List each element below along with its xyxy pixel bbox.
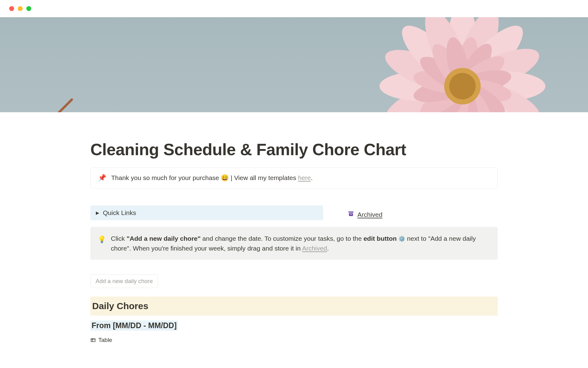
svg-rect-37: [350, 214, 352, 215]
svg-rect-38: [91, 339, 95, 342]
gear-icon: ⚙️: [398, 236, 405, 242]
tip-callout[interactable]: 💡 Click "Add a new daily chore" and chan…: [90, 227, 498, 260]
table-icon: [90, 337, 96, 343]
cover-image[interactable]: 🧹: [0, 17, 588, 112]
close-window-button[interactable]: [9, 6, 14, 11]
quick-links-label: Quick Links: [103, 209, 136, 217]
maximize-window-button[interactable]: [26, 6, 31, 11]
tip-text: Click "Add a new daily chore" and change…: [111, 234, 490, 253]
pushpin-icon: 📌: [98, 174, 106, 182]
thank-you-callout[interactable]: 📌 Thank you so much for your purchase 😄 …: [90, 167, 498, 188]
add-daily-chore-button[interactable]: Add a new daily chore: [90, 274, 158, 288]
svg-point-34: [449, 73, 476, 100]
svg-rect-35: [349, 212, 354, 213]
minimize-window-button[interactable]: [18, 6, 23, 11]
page-icon[interactable]: 🧹: [37, 100, 75, 112]
table-view-tab[interactable]: Table: [90, 337, 498, 343]
archived-inline-link[interactable]: Archived: [302, 245, 327, 252]
archived-link[interactable]: Archived: [348, 205, 383, 220]
archived-label: Archived: [357, 211, 383, 218]
page-content: Cleaning Schedule & Family Chore Chart 📌…: [54, 112, 534, 343]
templates-link[interactable]: here: [298, 174, 311, 181]
flower-decoration: [363, 17, 562, 112]
table-view-label: Table: [98, 337, 112, 343]
archive-icon: [348, 210, 354, 219]
window-controls: [0, 0, 588, 17]
date-range-heading[interactable]: From [MM/DD - MM/DD]: [90, 320, 178, 331]
links-row: ▶ Quick Links Archived: [90, 205, 498, 220]
daily-chores-heading[interactable]: Daily Chores: [90, 297, 498, 316]
quick-links-toggle[interactable]: ▶ Quick Links: [90, 205, 323, 220]
lightbulb-icon: 💡: [98, 234, 106, 244]
page-title[interactable]: Cleaning Schedule & Family Chore Chart: [90, 140, 498, 159]
callout-text: Thank you so much for your purchase 😄 | …: [111, 174, 313, 182]
toggle-arrow-icon: ▶: [96, 210, 99, 215]
